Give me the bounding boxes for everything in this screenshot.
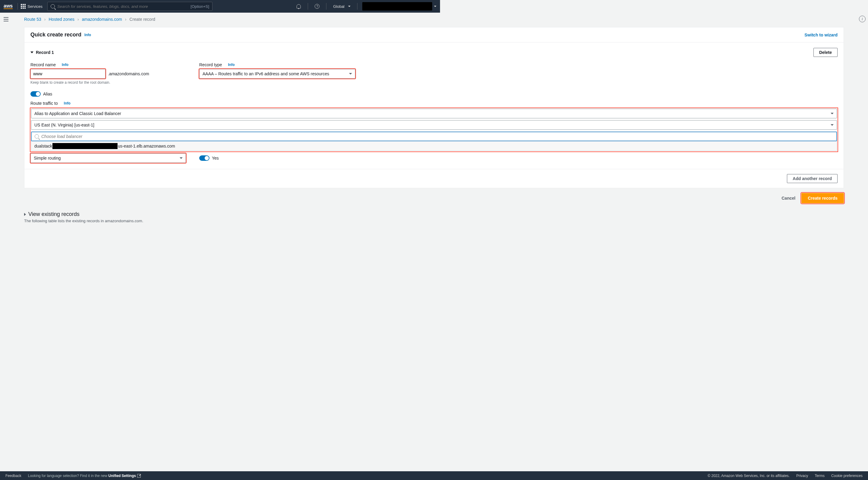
view-existing-section: View existing records The following tabl… bbox=[24, 211, 440, 223]
top-nav: aws Services [Option+S] ? Global bbox=[0, 0, 440, 13]
page-title: Quick create record bbox=[30, 32, 82, 38]
divider bbox=[18, 3, 18, 10]
route-traffic-group: Alias to Application and Classic Load Ba… bbox=[30, 108, 440, 151]
alias-toggle[interactable] bbox=[30, 91, 41, 97]
aws-logo[interactable]: aws bbox=[4, 4, 13, 9]
record-type-label: Record type bbox=[199, 62, 222, 67]
info-link[interactable]: Info bbox=[84, 33, 91, 37]
breadcrumb-link[interactable]: Hosted zones bbox=[49, 17, 75, 22]
collapse-icon[interactable] bbox=[30, 52, 33, 53]
evaluate-health-row: Yes bbox=[199, 156, 219, 161]
breadcrumb-link[interactable]: Route 53 bbox=[24, 17, 41, 22]
evaluate-health-label: Yes bbox=[212, 156, 219, 161]
breadcrumb: Route 53 › Hosted zones › amazondomains.… bbox=[11, 13, 440, 25]
region-label: Global bbox=[333, 4, 344, 9]
alias-toggle-row: Alias bbox=[30, 91, 440, 97]
services-menu[interactable]: Services bbox=[21, 4, 42, 9]
redacted bbox=[53, 143, 118, 149]
chevron-down-icon bbox=[180, 158, 183, 159]
card-header: Quick create record Info Switch to wizar… bbox=[24, 27, 440, 42]
region-selector[interactable]: Global bbox=[330, 4, 354, 9]
record-type-value: AAAA – Routes traffic to an IPv6 address… bbox=[203, 71, 329, 76]
bell-icon bbox=[297, 4, 301, 8]
alias-target-select[interactable]: Alias to Application and Classic Load Ba… bbox=[31, 109, 440, 118]
expand-icon bbox=[24, 213, 26, 216]
search-input[interactable] bbox=[57, 4, 190, 9]
chevron-down-icon bbox=[434, 6, 436, 7]
info-link[interactable]: Info bbox=[228, 63, 235, 67]
divider bbox=[357, 3, 358, 10]
divider bbox=[326, 3, 327, 10]
breadcrumb-link[interactable]: amazondomains.com bbox=[82, 17, 122, 22]
page-actions: Cancel Create records bbox=[24, 193, 440, 203]
notifications-button[interactable] bbox=[293, 0, 305, 13]
info-link[interactable]: Info bbox=[64, 101, 70, 105]
chevron-right-icon: › bbox=[125, 17, 127, 22]
lb-option-suffix: us-east-1.elb.amazonaws.com bbox=[118, 144, 175, 148]
routing-policy-select[interactable]: Simple routing bbox=[30, 153, 186, 163]
chevron-down-icon bbox=[349, 73, 352, 75]
routing-policy-value: Simple routing bbox=[34, 156, 61, 161]
search-shortcut: [Option+S] bbox=[190, 4, 209, 9]
info-link[interactable]: Info bbox=[62, 63, 68, 67]
chevron-down-icon bbox=[348, 6, 350, 7]
view-existing-desc: The following table lists the existing r… bbox=[24, 218, 440, 223]
chevron-right-icon: › bbox=[44, 17, 46, 22]
search-icon bbox=[51, 4, 55, 8]
record-name-label: Record name bbox=[30, 62, 56, 67]
lb-option-prefix: dualstack bbox=[34, 144, 52, 148]
domain-suffix: .amazondomains.com bbox=[108, 71, 149, 76]
record-name-hint: Keep blank to create a record for the ro… bbox=[30, 80, 187, 84]
breadcrumb-current: Create record bbox=[130, 17, 156, 22]
global-search[interactable]: [Option+S] bbox=[47, 2, 213, 11]
record-name-input[interactable] bbox=[30, 69, 105, 78]
alias-label: Alias bbox=[43, 92, 52, 96]
card-footer: Add another record bbox=[24, 169, 440, 188]
load-balancer-search[interactable] bbox=[31, 132, 440, 141]
grid-icon bbox=[21, 4, 26, 9]
region-value: US East (N. Virginia) [us-east-1] bbox=[34, 123, 94, 127]
chevron-right-icon: › bbox=[78, 17, 79, 22]
account-menu[interactable] bbox=[362, 2, 432, 10]
view-existing-title: View existing records bbox=[28, 211, 80, 217]
evaluate-health-toggle[interactable] bbox=[199, 156, 210, 161]
record-title: Record 1 bbox=[36, 50, 54, 55]
record-header: Record 1 Delete bbox=[30, 48, 440, 57]
quick-create-card: Quick create record Info Switch to wizar… bbox=[24, 27, 440, 188]
help-button[interactable]: ? bbox=[311, 0, 323, 13]
search-icon bbox=[35, 134, 39, 139]
load-balancer-input[interactable] bbox=[41, 134, 440, 139]
side-nav-toggle[interactable] bbox=[2, 16, 10, 23]
load-balancer-option[interactable]: dualstackus-east-1.elb.amazonaws.com bbox=[31, 141, 440, 151]
help-icon: ? bbox=[315, 4, 319, 9]
region-select[interactable]: US East (N. Virginia) [us-east-1] bbox=[31, 120, 440, 130]
divider bbox=[308, 3, 308, 10]
record-type-select[interactable]: AAAA – Routes traffic to an IPv6 address… bbox=[199, 69, 355, 78]
services-label: Services bbox=[27, 4, 42, 9]
route-traffic-label: Route traffic to bbox=[30, 101, 58, 106]
view-existing-toggle[interactable]: View existing records bbox=[24, 211, 440, 217]
alias-target-value: Alias to Application and Classic Load Ba… bbox=[34, 111, 121, 116]
